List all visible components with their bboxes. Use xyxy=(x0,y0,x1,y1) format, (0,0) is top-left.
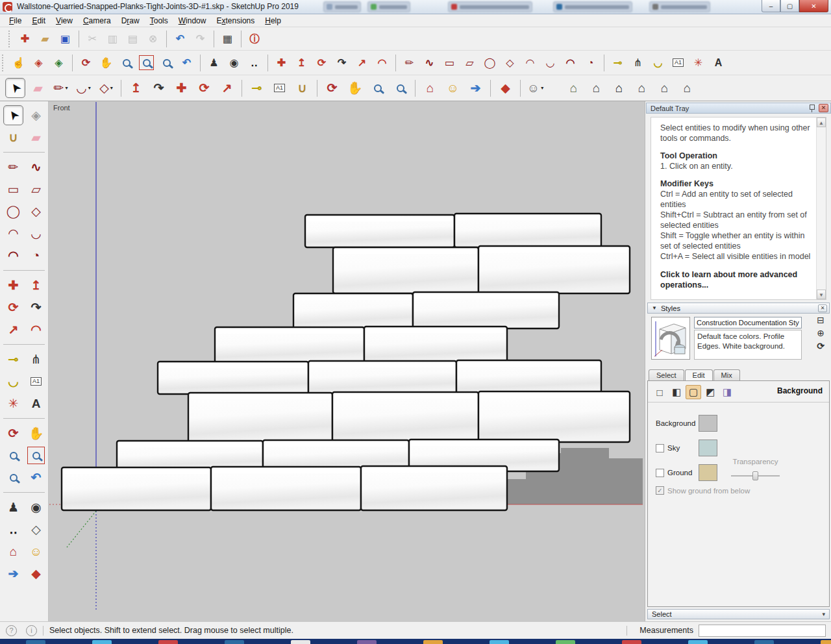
background-settings-icon[interactable]: ▢ xyxy=(686,385,701,399)
open-model-button[interactable]: ▰ xyxy=(36,30,54,47)
view-left-button[interactable]: ⌂ xyxy=(677,78,697,98)
zoom-extents-button[interactable] xyxy=(158,54,175,71)
shape-tools-button[interactable]: ◇▾ xyxy=(96,78,116,98)
rotated-rectangle-button[interactable]: ▱ xyxy=(26,179,46,199)
line-button[interactable]: ✏ xyxy=(401,54,418,71)
tab-mix[interactable]: Mix xyxy=(713,369,740,381)
update-style-icon[interactable]: ⟳ xyxy=(817,341,825,351)
orbit-button[interactable]: ⟳ xyxy=(77,54,95,71)
circle-button[interactable]: ◯ xyxy=(481,54,499,71)
menu-window[interactable]: Window xyxy=(173,15,212,27)
section-plane-button[interactable]: ◇ xyxy=(26,519,46,539)
rectangle-button[interactable]: ▭ xyxy=(3,179,23,199)
component-options-button[interactable]: ◈ xyxy=(50,54,68,71)
menu-view[interactable]: View xyxy=(51,15,78,27)
three-d-warehouse-button[interactable]: ⌂ xyxy=(420,78,440,98)
three-point-arc-button[interactable]: ◠ xyxy=(562,54,579,71)
menu-edit[interactable]: Edit xyxy=(27,15,51,27)
menu-camera[interactable]: Camera xyxy=(78,15,116,27)
erase-button[interactable]: ⊗ xyxy=(144,30,162,47)
zoom-extents-button[interactable] xyxy=(390,78,410,98)
dimension-button[interactable]: ⋔ xyxy=(26,349,46,369)
taskbar-app-icon[interactable] xyxy=(556,640,575,644)
taskbar-app-icon[interactable] xyxy=(821,640,831,644)
save-model-button[interactable]: ▣ xyxy=(56,30,74,47)
transparency-slider[interactable] xyxy=(731,471,780,480)
move-button[interactable]: ✚ xyxy=(171,78,192,98)
tab-select[interactable]: Select xyxy=(649,369,684,381)
move-button[interactable]: ✚ xyxy=(273,54,290,71)
styles-section-header[interactable]: ▼ Styles ✕ xyxy=(647,303,830,314)
ground-checkbox[interactable] xyxy=(656,469,664,477)
view-right-button[interactable]: ⌂ xyxy=(632,78,652,98)
rotate-button[interactable]: ⟳ xyxy=(194,78,214,98)
extension-warehouse-button[interactable]: ◆ xyxy=(495,78,515,98)
orbit-button[interactable]: ⟳ xyxy=(3,423,23,443)
expand-arrow-icon[interactable]: ▾ xyxy=(822,611,825,617)
scale-button[interactable]: ↗ xyxy=(3,319,23,340)
text-button[interactable]: A1 xyxy=(269,78,290,98)
taskbar-app-icon[interactable] xyxy=(158,640,178,644)
look-around-button[interactable]: ◉ xyxy=(26,497,46,517)
send-to-layout-button[interactable]: ➔ xyxy=(465,78,486,98)
taskbar-app-icon[interactable] xyxy=(688,640,708,644)
previous-view-button[interactable]: ↶ xyxy=(178,54,195,71)
tray-header[interactable]: Default Tray ✕ xyxy=(646,103,831,114)
arc-button[interactable]: ◠ xyxy=(3,223,23,243)
print-button[interactable]: ▦ xyxy=(219,30,236,47)
model-viewport[interactable]: Front xyxy=(49,101,645,621)
style-name-field[interactable]: Construction Documentation Sty xyxy=(694,317,802,328)
three-d-text-button[interactable]: A xyxy=(26,393,46,414)
walk-button[interactable]: ‥ xyxy=(3,519,23,539)
new-model-button[interactable]: ✚ xyxy=(16,30,34,47)
learn-more-link[interactable]: Click to learn about more advanced opera… xyxy=(660,270,815,290)
tray-close-icon[interactable]: ✕ xyxy=(819,104,828,112)
scroll-down-icon[interactable]: ▼ xyxy=(817,290,826,299)
freehand-button[interactable]: ∿ xyxy=(26,157,46,177)
position-camera-button[interactable]: ♟ xyxy=(3,497,23,517)
zoom-button[interactable] xyxy=(118,54,135,71)
info-icon[interactable]: i xyxy=(26,625,37,636)
geolocation-icon[interactable]: ? xyxy=(6,625,17,636)
menu-extensions[interactable]: Extensions xyxy=(211,15,260,27)
offset-button[interactable]: ◠ xyxy=(373,54,391,71)
push-pull-button[interactable]: ↥ xyxy=(126,78,146,98)
toolbar-grip[interactable] xyxy=(2,55,6,71)
rotate-button[interactable]: ⟳ xyxy=(3,297,23,317)
create-style-icon[interactable]: ⊕ xyxy=(817,328,825,338)
select-cursor-button[interactable]: ☝ xyxy=(10,54,27,71)
make-component-button[interactable]: ◈ xyxy=(26,105,46,125)
arc-button[interactable]: ◠ xyxy=(521,54,539,71)
three-point-arc-button[interactable]: ◠ xyxy=(3,245,23,266)
modeling-settings-icon[interactable]: ◨ xyxy=(719,385,735,399)
rotated-rectangle-button[interactable]: ▱ xyxy=(461,54,478,71)
line-button[interactable]: ✏ xyxy=(3,157,23,177)
taskbar-app-icon[interactable] xyxy=(26,640,45,644)
ground-color-swatch[interactable] xyxy=(699,464,717,481)
view-back-button[interactable]: ⌂ xyxy=(654,78,675,98)
taskbar-app-icon[interactable] xyxy=(490,640,509,644)
shape-tools-dropdown[interactable]: ▾ xyxy=(110,85,113,91)
scale-button[interactable]: ↗ xyxy=(217,78,237,98)
axes-button[interactable]: ✳ xyxy=(3,393,23,414)
eraser-button[interactable]: ▰ xyxy=(26,127,46,147)
select-section-bar[interactable]: Select ▾ xyxy=(647,609,830,619)
cut-button[interactable]: ✂ xyxy=(84,30,101,47)
sky-checkbox[interactable] xyxy=(656,444,664,452)
protractor-button[interactable]: ◡ xyxy=(3,371,23,391)
face-settings-icon[interactable]: ◧ xyxy=(669,385,684,399)
tape-measure-button[interactable]: ⊸ xyxy=(247,78,267,98)
maximize-button[interactable]: ▢ xyxy=(780,0,799,12)
select-button[interactable]: ➤ xyxy=(3,105,23,125)
watermark-settings-icon[interactable]: ◩ xyxy=(702,385,718,399)
pie-button[interactable]: ◔ xyxy=(582,54,599,71)
pan-button[interactable]: ✋ xyxy=(26,423,46,443)
protractor-button[interactable]: ◡ xyxy=(649,54,667,71)
polygon-button[interactable]: ◇ xyxy=(26,201,46,221)
taskbar-app-icon[interactable] xyxy=(754,640,774,644)
taskbar-app-icon[interactable] xyxy=(291,640,310,644)
three-d-warehouse-button[interactable]: ⌂ xyxy=(3,541,23,562)
previous-view-button[interactable]: ↶ xyxy=(26,467,46,488)
follow-me-button[interactable]: ↷ xyxy=(26,297,46,317)
eraser-button[interactable]: ▰ xyxy=(28,78,48,98)
